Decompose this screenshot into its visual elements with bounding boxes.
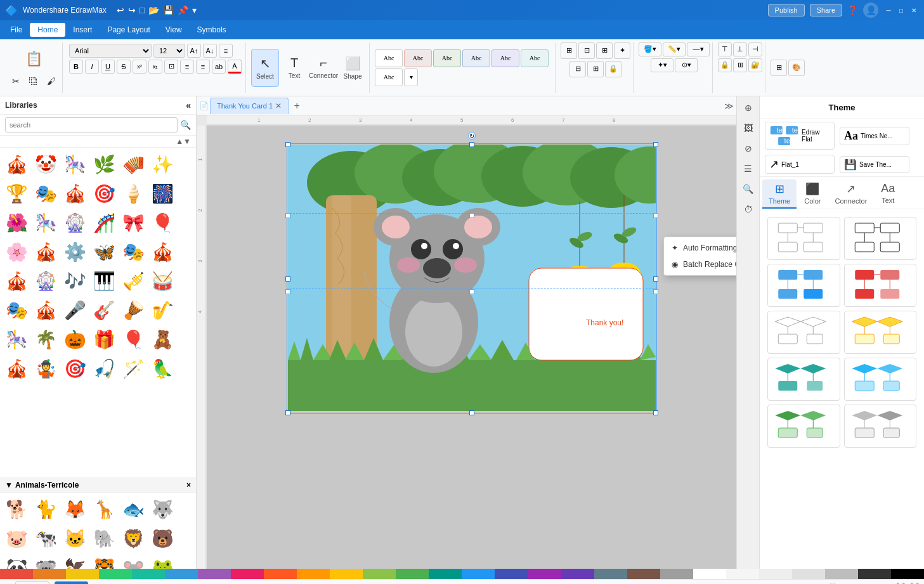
handle-ml[interactable]: [285, 276, 290, 282]
numbering-btn[interactable]: ≡: [196, 60, 210, 74]
animal-icon-item[interactable]: 🐼: [3, 554, 30, 569]
menu-item-symbols[interactable]: Symbols: [190, 23, 234, 37]
color-cell[interactable]: [297, 569, 330, 579]
handle-mr[interactable]: [653, 276, 658, 282]
align-dist-btn[interactable]: ⊞: [596, 42, 613, 59]
handle-tm[interactable]: [469, 142, 474, 147]
bullet-btn[interactable]: ≡: [180, 60, 194, 74]
color-cell[interactable]: [594, 569, 627, 579]
animal-section-close-btn[interactable]: ×: [186, 481, 191, 490]
library-icon-item[interactable]: 🍦: [119, 179, 147, 207]
library-icon-item[interactable]: 🎪: [61, 179, 89, 207]
library-icon-item[interactable]: 🦜: [148, 354, 176, 382]
resize-btn[interactable]: ⊞: [733, 58, 747, 72]
maximize-btn[interactable]: □: [896, 5, 906, 15]
lock3-btn[interactable]: 🔐: [748, 58, 762, 72]
menu-item-home[interactable]: Home: [30, 23, 65, 37]
align-left-btn[interactable]: ⊣: [748, 42, 762, 56]
theme-white[interactable]: [767, 217, 840, 260]
tab-thank-you-card[interactable]: Thank You Card 1 ✕: [210, 98, 289, 114]
handle-bm[interactable]: [469, 410, 474, 415]
edraw-flat-theme[interactable]: text text text Edraw Flat: [765, 122, 835, 150]
color-cell[interactable]: [891, 569, 924, 579]
color-cell[interactable]: [495, 569, 528, 579]
theme-outline[interactable]: [767, 311, 840, 354]
page-tab-1[interactable]: Page-1: [15, 581, 49, 585]
library-icon-item[interactable]: 🎪: [3, 354, 30, 382]
history-btn[interactable]: ⏱: [739, 200, 757, 218]
strikethrough-btn[interactable]: S: [117, 60, 131, 74]
animal-icon-item[interactable]: 🐈: [32, 495, 60, 523]
library-icon-item[interactable]: 🪗: [119, 150, 147, 178]
inner-handle-r1[interactable]: [653, 213, 658, 218]
animal-icon-item[interactable]: 🐺: [148, 495, 176, 523]
cut-btn[interactable]: ✂: [8, 73, 24, 89]
text-tool-btn[interactable]: T Text: [280, 49, 308, 87]
select-tool-btn[interactable]: ↖ Select: [251, 49, 279, 87]
position-btn[interactable]: ⊡: [578, 42, 595, 59]
group-btn[interactable]: ⊟: [569, 61, 586, 77]
library-icon-item[interactable]: 🎪: [148, 238, 176, 266]
color-cell[interactable]: [0, 569, 33, 579]
animal-icon-item[interactable]: 🦊: [61, 495, 89, 523]
style-abc-5[interactable]: Abc: [491, 49, 519, 67]
animal-icon-item[interactable]: 🐕: [3, 495, 30, 523]
animal-icon-item[interactable]: 🐷: [3, 524, 30, 552]
inner-handle-m1[interactable]: [469, 213, 474, 218]
add-page-btn[interactable]: +: [5, 582, 10, 585]
library-icon-item[interactable]: ⚙️: [61, 238, 89, 266]
animal-icon-item[interactable]: 🐟: [119, 495, 147, 523]
close-btn[interactable]: ✕: [909, 5, 919, 15]
color-cell[interactable]: [396, 569, 429, 579]
color-cell[interactable]: [726, 569, 759, 579]
panel-toggle-btn[interactable]: ≫: [724, 101, 734, 111]
zoom-out-btn[interactable]: −: [797, 582, 802, 585]
connector-tool-btn[interactable]: ⌐ Connector: [309, 49, 337, 87]
share-btn[interactable]: Share: [810, 4, 842, 16]
library-icon-item[interactable]: 🎃: [61, 325, 89, 353]
rotate-handle[interactable]: ↻: [468, 132, 476, 140]
library-icon-item[interactable]: 🎯: [61, 354, 89, 382]
right-tab-connector[interactable]: ↗ Connector: [829, 179, 874, 209]
library-icon-item[interactable]: 🎤: [61, 296, 89, 324]
library-icon-item[interactable]: 🎹: [90, 267, 118, 295]
menu-item-view[interactable]: View: [158, 23, 190, 37]
handle-tr[interactable]: [653, 142, 658, 147]
theme-red[interactable]: [844, 264, 917, 307]
library-icon-item[interactable]: 🎁: [90, 325, 118, 353]
handle-bl[interactable]: [285, 410, 290, 415]
color-cell[interactable]: [198, 569, 231, 579]
library-icon-item[interactable]: 🌺: [3, 209, 30, 237]
right-tab-theme[interactable]: ⊞ Theme: [762, 179, 797, 209]
library-icon-item[interactable]: 🎪: [32, 296, 60, 324]
active-page-tab[interactable]: Page-1: [55, 581, 88, 585]
theme-teal[interactable]: [767, 358, 840, 401]
canvas-workspace[interactable]: ↻: [207, 126, 736, 569]
lock-btn[interactable]: 🔒: [605, 61, 621, 77]
order-btn[interactable]: ⊞: [587, 61, 604, 77]
image-btn[interactable]: 🖼: [739, 119, 757, 137]
layers-btn[interactable]: ⊘: [739, 140, 757, 157]
library-icon-item[interactable]: 🏆: [3, 179, 30, 207]
color-cell[interactable]: [231, 569, 264, 579]
search-btn[interactable]: 🔍: [739, 180, 757, 198]
flat-1-theme[interactable]: ↗ Flat_1: [765, 155, 835, 174]
save-theme-btn[interactable]: 💾 Save The...: [840, 156, 909, 173]
library-icon-item[interactable]: 🎭: [32, 179, 60, 207]
zoom-in-btn[interactable]: +: [863, 582, 868, 585]
properties-btn[interactable]: ☰: [739, 160, 757, 178]
context-menu-batch-replace[interactable]: ◉ Batch Replace Color: [664, 256, 736, 273]
library-icon-item[interactable]: 🤡: [32, 150, 60, 178]
theme-light-blue[interactable]: [844, 358, 917, 401]
library-icon-item[interactable]: 🎡: [32, 267, 60, 295]
profile-avatar[interactable]: 👤: [863, 3, 878, 18]
color-cell[interactable]: [528, 569, 561, 579]
copy-btn[interactable]: ⿻: [25, 73, 42, 89]
shape-tool-btn[interactable]: ⬜ Shape: [339, 49, 367, 87]
times-new-theme[interactable]: Aa Times Ne...: [840, 127, 909, 145]
scroll-up-btn[interactable]: ▲: [176, 137, 183, 146]
style-panel-btn[interactable]: 🎨: [788, 60, 805, 76]
library-icon-item[interactable]: 🎠: [32, 209, 60, 237]
theme-panel-btn[interactable]: ⊞: [771, 60, 787, 76]
library-icon-item[interactable]: 🎪: [3, 150, 30, 178]
